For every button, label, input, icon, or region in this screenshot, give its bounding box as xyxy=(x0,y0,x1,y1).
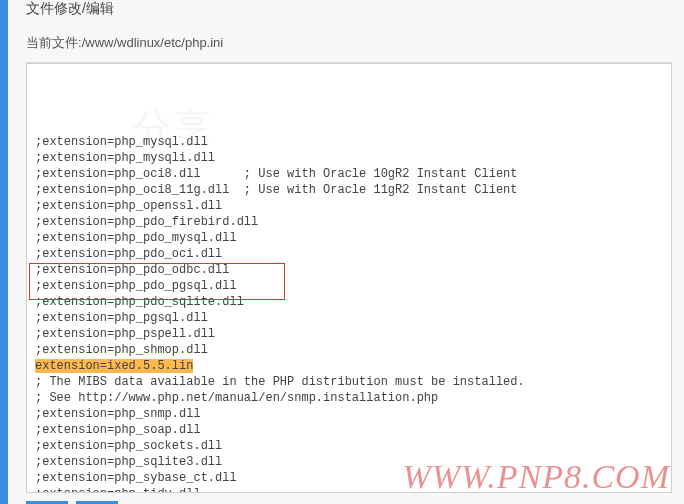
code-line: ;extension=php_pdo_oci.dll xyxy=(35,246,663,262)
main-panel: 文件修改/编辑 当前文件:/www/wdlinux/etc/php.ini 分享… xyxy=(8,0,684,504)
code-line: ;extension=php_shmop.dll xyxy=(35,342,663,358)
code-line: ;extension=php_pdo_mysql.dll xyxy=(35,230,663,246)
code-line: ; See http://www.php.net/manual/en/snmp.… xyxy=(35,390,663,406)
path-value: /www/wdlinux/etc/php.ini xyxy=(82,35,224,50)
sidebar-stub xyxy=(0,0,8,504)
code-line: ;extension=php_sqlite3.dll xyxy=(35,454,663,470)
path-label: 当前文件: xyxy=(26,35,82,50)
file-path-row: 当前文件:/www/wdlinux/etc/php.ini xyxy=(26,25,672,63)
code-line: ;extension=php_soap.dll xyxy=(35,422,663,438)
code-line: ;extension=php_mysql.dll xyxy=(35,134,663,150)
code-line: ;extension=php_pgsql.dll xyxy=(35,310,663,326)
code-line: ;extension=php_pspell.dll xyxy=(35,326,663,342)
code-line: ; The MIBS data available in the PHP dis… xyxy=(35,374,663,390)
code-editor[interactable]: 分享 ;extension=php_mysql.dll;extension=ph… xyxy=(26,63,672,493)
code-line: ;extension=php_mysqli.dll xyxy=(35,150,663,166)
code-line: ;extension=php_oci8_11g.dll ; Use with O… xyxy=(35,182,663,198)
code-line: ;extension=php_sybase_ct.dll xyxy=(35,470,663,486)
code-line: ;extension=php_pdo_sqlite.dll xyxy=(35,294,663,310)
page-title: 文件修改/编辑 xyxy=(26,0,672,25)
highlighted-line: extension=ixed.5.5.lin xyxy=(35,358,663,374)
code-line: ;extension=php_openssl.dll xyxy=(35,198,663,214)
code-line: ;extension=php_oci8.dll ; Use with Oracl… xyxy=(35,166,663,182)
code-line: ;extension=php_pdo_pgsql.dll xyxy=(35,278,663,294)
code-line: ;extension=php_snmp.dll xyxy=(35,406,663,422)
code-line: ;extension=php_pdo_firebird.dll xyxy=(35,214,663,230)
code-line: ;extension=php_pdo_odbc.dll xyxy=(35,262,663,278)
code-line: ;extension=php_tidy.dll xyxy=(35,486,663,493)
code-line: ;extension=php_sockets.dll xyxy=(35,438,663,454)
